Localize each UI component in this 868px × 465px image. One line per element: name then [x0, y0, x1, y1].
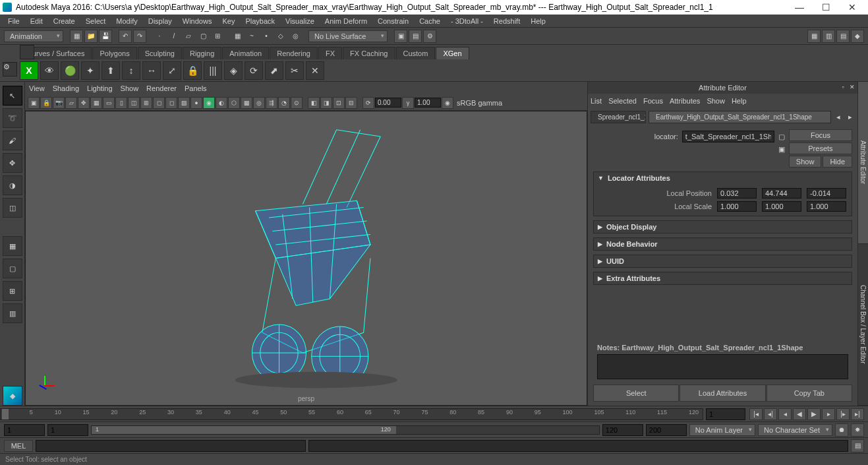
- range-end-outer[interactable]: [646, 424, 687, 436]
- redo-icon[interactable]: ↷: [133, 30, 146, 43]
- wireframe-icon[interactable]: ▨: [178, 97, 190, 109]
- layout-single-icon[interactable]: ▢: [3, 259, 22, 278]
- anim-layer-dropdown[interactable]: No Anim Layer: [689, 424, 755, 436]
- focus-button[interactable]: Focus: [789, 129, 852, 141]
- ae-menu-focus[interactable]: Focus: [643, 97, 663, 105]
- character-set-dropdown[interactable]: No Character Set: [758, 424, 832, 436]
- range-end-inner[interactable]: [602, 424, 643, 436]
- play-back-icon[interactable]: ◀: [793, 408, 806, 420]
- xgen-desc-icon[interactable]: 👁: [40, 61, 59, 80]
- show-button[interactable]: Show: [789, 156, 822, 168]
- shelf-tab-sculpting[interactable]: Sculpting: [138, 47, 182, 59]
- xgen-cut-icon[interactable]: ✂: [285, 61, 304, 80]
- render-icon[interactable]: ▣: [394, 30, 407, 43]
- safe-action-icon[interactable]: ◻: [153, 97, 165, 109]
- panel-menu-view[interactable]: View: [29, 84, 45, 92]
- xgen-delete-icon[interactable]: ✕: [306, 61, 324, 80]
- xgen-collection-icon[interactable]: 🟢: [61, 61, 79, 80]
- auto-key-icon[interactable]: ⏺: [835, 423, 848, 437]
- ae-select-button[interactable]: Select: [593, 385, 679, 402]
- ae-menu-list[interactable]: List: [591, 97, 602, 105]
- snap-point-icon[interactable]: •: [260, 30, 273, 43]
- layout-4-icon[interactable]: ◆: [851, 30, 864, 43]
- current-time-marker[interactable]: [2, 409, 9, 419]
- panel-menu-show[interactable]: Show: [121, 84, 139, 92]
- time-slider-track[interactable]: 1510152025303540455055606570758085909510…: [0, 408, 703, 420]
- local-position-x[interactable]: [717, 188, 757, 199]
- safe-title-icon[interactable]: ◻: [165, 97, 177, 109]
- gamma-reset-icon[interactable]: γ: [402, 97, 414, 109]
- ae-copytab-button[interactable]: Copy Tab: [767, 385, 852, 402]
- multisample-icon[interactable]: ⊙: [291, 97, 303, 109]
- ae-tab-shape[interactable]: Earthway_High_Output_Salt_Spreader_ncl1_…: [649, 111, 831, 123]
- wf-on-shaded-icon[interactable]: ⬡: [228, 97, 240, 109]
- render-settings-icon[interactable]: ⚙: [423, 30, 436, 43]
- menu-visualize[interactable]: Visualize: [280, 17, 320, 25]
- ae-menu-attributes[interactable]: Attributes: [670, 97, 700, 105]
- exposure-field[interactable]: [375, 98, 401, 108]
- scale-tool[interactable]: ◫: [3, 198, 22, 218]
- xray-comp-icon[interactable]: ⊟: [345, 97, 357, 109]
- use-all-lights-icon[interactable]: ◉: [203, 97, 215, 109]
- shelf-tab-fxcaching[interactable]: FX Caching: [343, 47, 395, 59]
- menu-select[interactable]: Select: [80, 17, 111, 25]
- step-back-icon[interactable]: ◂: [778, 408, 792, 420]
- xgen-groom-icon[interactable]: ⬆: [101, 61, 120, 80]
- cam-lock-icon[interactable]: 🔒: [40, 97, 52, 109]
- layout-outliner-icon[interactable]: ▥: [3, 303, 22, 323]
- view-transform-icon[interactable]: ◉: [442, 97, 453, 109]
- open-scene-icon[interactable]: 📁: [84, 30, 98, 43]
- layout-1-icon[interactable]: ▦: [807, 30, 821, 43]
- step-forward-icon[interactable]: ▸: [822, 408, 835, 420]
- xray-icon[interactable]: ◨: [320, 97, 332, 109]
- shadows-icon[interactable]: ◐: [216, 97, 227, 109]
- side-tab-channel-box[interactable]: Channel Box / Layer Editor: [858, 244, 868, 406]
- menu-file[interactable]: File: [3, 17, 25, 25]
- undo-icon[interactable]: ↶: [119, 30, 132, 43]
- grid-icon[interactable]: ▦: [90, 97, 102, 109]
- sel-edge-icon[interactable]: /: [167, 30, 181, 43]
- close-button[interactable]: ✕: [839, 2, 865, 13]
- snap-grid-icon[interactable]: ▦: [231, 30, 244, 43]
- paint-select-tool[interactable]: 🖌: [3, 131, 22, 150]
- ipr-render-icon[interactable]: ▤: [409, 30, 422, 43]
- section-locator-header[interactable]: ▼Locator Attributes: [594, 172, 852, 184]
- menu-3dtoall[interactable]: - 3DtoAll -: [446, 17, 488, 25]
- menu-playback[interactable]: Playback: [240, 17, 280, 25]
- section-object-display[interactable]: ▶Object Display: [594, 221, 852, 233]
- shelf-tab-polygons[interactable]: Polygons: [92, 47, 136, 59]
- menu-windows[interactable]: Windows: [177, 17, 217, 25]
- xgen-scale-icon[interactable]: ⤢: [163, 61, 181, 80]
- layout-3-icon[interactable]: ▤: [836, 30, 850, 43]
- ae-tab-prev-icon[interactable]: ◂: [834, 113, 843, 121]
- ae-menu-help[interactable]: Help: [732, 97, 747, 105]
- xgen-rotate-icon[interactable]: 🔒: [183, 61, 202, 80]
- ae-menu-selected[interactable]: Selected: [608, 97, 637, 105]
- menu-modify[interactable]: Modify: [111, 17, 142, 25]
- focus-target-icon[interactable]: ▢: [778, 133, 785, 141]
- sel-face-icon[interactable]: ▱: [182, 30, 195, 43]
- shelf-tab-xgen[interactable]: XGen: [436, 47, 469, 59]
- sel-object-icon[interactable]: ▢: [196, 30, 210, 43]
- ae-tab-next-icon[interactable]: ▸: [846, 113, 855, 121]
- select-tool[interactable]: ↖: [3, 86, 22, 106]
- section-extra-attributes[interactable]: ▶Extra Attributes: [594, 272, 852, 284]
- ae-tab-transform[interactable]: Spreader_ncl1_1: [591, 111, 646, 123]
- ae-close-icon[interactable]: ✕: [848, 84, 856, 92]
- range-slider[interactable]: 1 120: [91, 425, 600, 435]
- local-scale-x[interactable]: [717, 201, 757, 212]
- xgen-guide-icon[interactable]: ✦: [81, 61, 100, 80]
- go-start-icon[interactable]: |◂: [749, 408, 763, 420]
- new-scene-icon[interactable]: ▦: [70, 30, 83, 43]
- local-scale-z[interactable]: [807, 201, 846, 212]
- minimize-button[interactable]: —: [786, 2, 813, 13]
- rotate-tool[interactable]: ◑: [3, 175, 22, 195]
- range-start-inner[interactable]: [47, 424, 88, 436]
- local-position-z[interactable]: [807, 188, 846, 199]
- layout-four-icon[interactable]: ⊞: [3, 281, 22, 301]
- menu-create[interactable]: Create: [48, 17, 80, 25]
- res-gate-icon[interactable]: ▯: [115, 97, 127, 109]
- isolate-select-icon[interactable]: ◧: [308, 97, 320, 109]
- step-back-key-icon[interactable]: ◂|: [764, 408, 777, 420]
- maximize-button[interactable]: ☐: [813, 2, 839, 13]
